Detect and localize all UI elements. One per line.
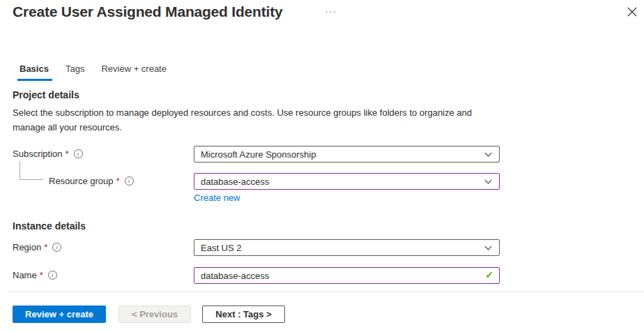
name-input[interactable] [194, 267, 500, 284]
name-field: ✓ [194, 267, 500, 284]
page-title: Create User Assigned Managed Identity [13, 3, 282, 20]
resource-group-label: Resource group [49, 176, 114, 186]
region-label-row: Region * i [13, 242, 61, 252]
subscription-label-row: Subscription * i [13, 149, 83, 159]
close-x-glyph [627, 7, 637, 17]
create-identity-panel: Create User Assigned Managed Identity ··… [0, 0, 644, 332]
resource-group-field: database-access [194, 173, 500, 190]
required-asterisk: * [116, 176, 120, 186]
more-options-icon[interactable]: ··· [325, 6, 337, 17]
region-dropdown[interactable]: East US 2 [194, 239, 500, 256]
wizard-tabs: Basics Tags Review + create [13, 59, 176, 81]
info-icon[interactable]: i [74, 149, 83, 158]
required-asterisk: * [66, 149, 69, 159]
next-tags-button[interactable]: Next : Tags > [202, 305, 285, 323]
subscription-dropdown[interactable]: Microsoft Azure Sponsorship [194, 146, 500, 163]
info-icon[interactable]: i [125, 176, 134, 186]
resource-group-dropdown[interactable]: database-access [194, 173, 500, 190]
name-label-row: Name * i [13, 270, 57, 280]
required-asterisk: * [40, 270, 43, 280]
subscription-label: Subscription [13, 149, 63, 159]
info-icon[interactable]: i [48, 271, 57, 280]
review-create-button[interactable]: Review + create [13, 305, 106, 323]
create-new-link[interactable]: Create new [194, 193, 240, 203]
project-details-heading: Project details [13, 89, 79, 100]
required-asterisk: * [44, 242, 47, 252]
resource-group-label-row: Resource group * i [49, 176, 134, 186]
region-label: Region [13, 242, 41, 252]
tab-review-create[interactable]: Review + create [94, 59, 174, 81]
tab-tags[interactable]: Tags [59, 59, 91, 81]
footer-divider [8, 292, 644, 292]
project-details-description: Select the subscription to manage deploy… [13, 105, 481, 135]
subscription-field: Microsoft Azure Sponsorship [194, 146, 500, 163]
region-field: East US 2 [194, 239, 500, 256]
close-icon[interactable] [624, 4, 640, 20]
info-icon[interactable]: i [52, 243, 61, 252]
tab-basics[interactable]: Basics [13, 59, 56, 81]
previous-button[interactable]: < Previous [118, 305, 191, 323]
instance-details-heading: Instance details [13, 220, 86, 232]
resource-group-connector-line [20, 161, 43, 180]
name-label: Name [13, 270, 37, 280]
